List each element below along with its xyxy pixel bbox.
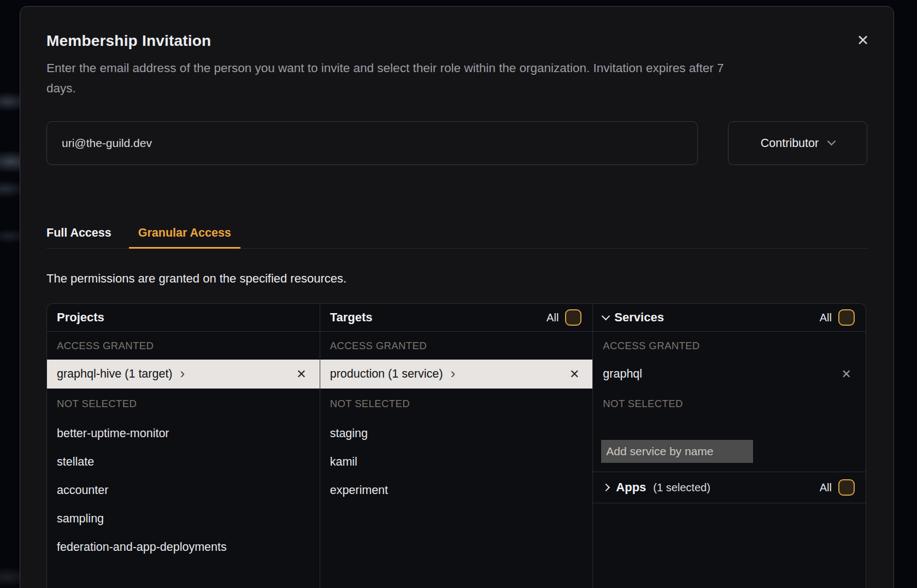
apps-section-toggle[interactable]: Apps (1 selected) All: [593, 472, 866, 503]
projects-selected-label: graphql-hive (1 target): [57, 367, 173, 381]
projects-header-label: Projects: [57, 310, 104, 325]
targets-header-label: Targets: [330, 310, 373, 325]
remove-target-icon[interactable]: ✕: [569, 367, 579, 381]
targets-all-label: All: [546, 311, 559, 324]
project-option[interactable]: stellate: [47, 448, 320, 476]
target-option[interactable]: staging: [320, 419, 593, 448]
projects-access-granted-label: ACCESS GRANTED: [47, 332, 320, 360]
chevron-down-icon: [602, 311, 610, 320]
services-all-label: All: [820, 311, 832, 324]
project-option[interactable]: federation-and-app-deployments: [47, 533, 320, 561]
services-column: Services All ACCESS GRANTED graphql ✕ NO…: [592, 304, 866, 588]
permissions-note: The permissions are granted on the speci…: [46, 271, 867, 287]
projects-selected-row[interactable]: graphql-hive (1 target) › ✕: [47, 360, 320, 389]
role-select-value: Contributor: [761, 137, 819, 150]
targets-access-granted-label: ACCESS GRANTED: [320, 332, 593, 360]
targets-all-checkbox[interactable]: [565, 309, 581, 326]
close-icon[interactable]: ✕: [852, 30, 874, 51]
targets-select-all[interactable]: All: [546, 309, 581, 326]
invite-row: Contributor: [46, 121, 867, 165]
apps-select-all[interactable]: All: [820, 479, 855, 496]
apps-all-label: All: [820, 481, 832, 494]
description-line-1: Enter the email address of the person yo…: [46, 58, 867, 78]
projects-column: Projects ACCESS GRANTED graphql-hive (1 …: [47, 304, 320, 588]
remove-service-icon[interactable]: ✕: [842, 367, 851, 381]
resources-table: Projects ACCESS GRANTED graphql-hive (1 …: [46, 303, 866, 588]
targets-selected-label: production (1 service): [330, 367, 443, 381]
dialog-description: Enter the email address of the person yo…: [46, 58, 867, 98]
project-option[interactable]: better-uptime-monitor: [47, 419, 320, 448]
project-option[interactable]: accounter: [47, 476, 320, 504]
targets-not-selected-label: NOT SELECTED: [320, 389, 593, 419]
access-tabs: Full Access Granular Access: [46, 226, 867, 249]
services-selected-row[interactable]: graphql ✕: [593, 360, 866, 389]
role-select[interactable]: Contributor: [728, 121, 867, 165]
target-option[interactable]: kamil: [320, 448, 593, 476]
services-header[interactable]: Services All: [593, 304, 866, 332]
chevron-down-icon: [827, 137, 836, 146]
services-not-selected-label: NOT SELECTED: [593, 389, 866, 419]
description-line-2: days.: [46, 78, 867, 98]
apps-all-checkbox[interactable]: [838, 479, 855, 496]
projects-not-selected-label: NOT SELECTED: [47, 389, 320, 419]
services-select-all[interactable]: All: [820, 309, 855, 326]
services-selected-label: graphql: [603, 367, 642, 381]
add-service-input[interactable]: [601, 440, 753, 463]
apps-label: Apps: [616, 480, 646, 495]
tab-full-access[interactable]: Full Access: [46, 226, 111, 248]
target-option[interactable]: experiment: [320, 476, 593, 504]
membership-invitation-dialog: ✕ Membership Invitation Enter the email …: [20, 6, 894, 588]
targets-selected-row[interactable]: production (1 service) › ✕: [320, 360, 593, 389]
targets-column: Targets All ACCESS GRANTED production (1…: [320, 304, 593, 588]
apps-selected-count: (1 selected): [653, 481, 710, 494]
project-option[interactable]: sampling: [47, 504, 320, 533]
email-field[interactable]: [46, 121, 698, 165]
remove-project-icon[interactable]: ✕: [296, 367, 306, 381]
dialog-title: Membership Invitation: [46, 32, 867, 50]
services-access-granted-label: ACCESS GRANTED: [593, 332, 866, 360]
chevron-right-icon: [602, 484, 610, 491]
services-header-label: Services: [614, 310, 664, 325]
targets-header: Targets All: [320, 304, 593, 332]
projects-header: Projects: [47, 304, 320, 332]
tab-granular-access[interactable]: Granular Access: [129, 226, 240, 249]
services-all-checkbox[interactable]: [838, 309, 855, 326]
